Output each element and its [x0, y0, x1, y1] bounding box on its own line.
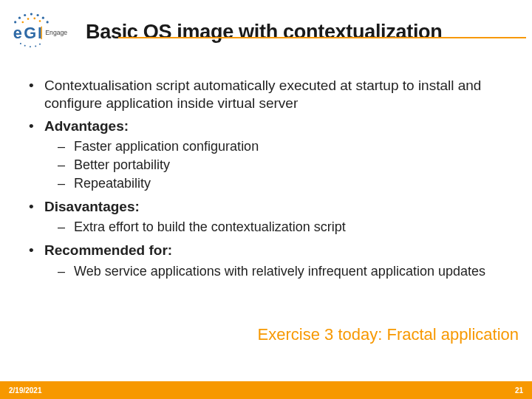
bullet-label: Disavantages: [44, 199, 140, 214]
svg-point-16 [20, 43, 21, 44]
sub-bullet-text: Web service applications with relatively… [74, 264, 485, 279]
bullet-recommended: Recommended for: Web service application… [44, 242, 516, 279]
slide-title: Basic OS image with contextualization [86, 21, 443, 42]
sub-bullet-text: Better portability [74, 157, 170, 172]
svg-point-4 [37, 14, 39, 16]
exercise-note: Exercise 3 today: Fractal application [258, 325, 519, 344]
svg-point-5 [42, 17, 44, 19]
svg-point-19 [35, 46, 36, 47]
svg-text:Engage: Engage [45, 29, 67, 36]
bullet-text: Contextualisation script automatically e… [44, 78, 481, 111]
title-underline [118, 37, 526, 38]
bullet-context-script: Contextualisation script automatically e… [44, 77, 516, 113]
svg-point-6 [47, 21, 49, 23]
bullet-label: Recommended for: [44, 242, 172, 258]
svg-text:e: e [13, 24, 22, 42]
footer-page-number: 21 [515, 386, 523, 395]
bullet-label: Advantages: [44, 118, 129, 134]
svg-point-3 [30, 13, 33, 15]
svg-point-20 [39, 44, 41, 45]
sub-bullet: Extra effort to build the contextualizat… [74, 219, 516, 236]
egi-engage-logo: e G I Engage [7, 10, 72, 53]
bullet-disavantages: Disavantages: Extra effort to build the … [44, 198, 516, 236]
svg-text:G: G [24, 24, 36, 42]
sub-bullet: Repeatability [74, 175, 516, 192]
svg-point-9 [33, 18, 35, 20]
svg-rect-14 [41, 27, 41, 39]
sub-bullet-text: Repeatability [74, 176, 151, 191]
bullet-advantages: Advantages: Faster application configura… [44, 117, 516, 192]
svg-point-2 [24, 14, 26, 16]
svg-point-7 [21, 21, 24, 24]
sub-bullet: Better portability [74, 157, 516, 174]
slide-header: e G I Engage Basic OS image with context… [0, 10, 532, 53]
sub-bullet-text: Faster application configuration [74, 139, 259, 154]
sub-bullet-text: Extra effort to build the contextualizat… [74, 219, 346, 234]
svg-point-10 [39, 20, 41, 22]
svg-point-1 [18, 17, 21, 19]
svg-point-17 [24, 45, 26, 47]
svg-point-18 [30, 46, 31, 47]
sub-bullet: Faster application configuration [74, 138, 516, 155]
slide-body: Contextualisation script automatically e… [25, 77, 516, 286]
sub-bullet: Web service applications with relatively… [74, 263, 516, 280]
slide: e G I Engage Basic OS image with context… [0, 0, 532, 399]
svg-point-8 [27, 18, 30, 20]
footer-date: 2/19/2021 [9, 386, 42, 395]
slide-footer: 2/19/2021 21 [0, 381, 532, 399]
